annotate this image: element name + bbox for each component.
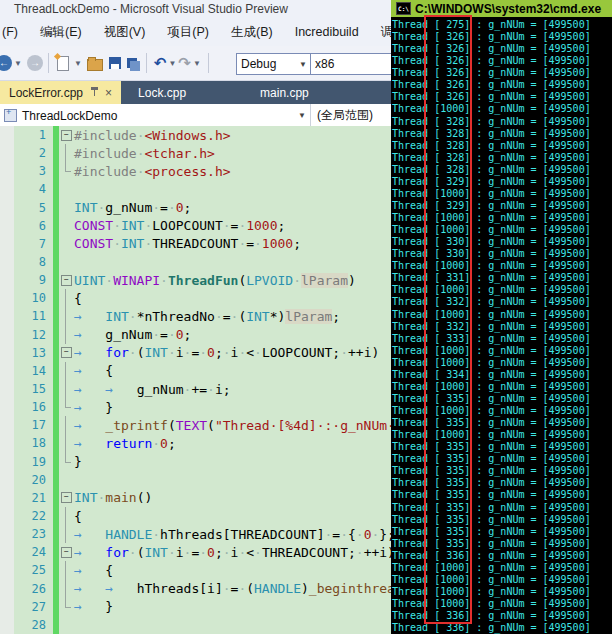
glyph-margin[interactable] (0, 580, 14, 598)
close-icon[interactable]: × (105, 87, 112, 99)
glyph-margin[interactable] (0, 543, 14, 561)
glyph-margin[interactable] (0, 616, 14, 634)
line-number: 10 (14, 291, 53, 305)
glyph-margin[interactable] (0, 289, 14, 307)
fold-guide-line (65, 580, 66, 598)
line-number: 22 (14, 509, 53, 523)
outlining-margin[interactable]: − (59, 543, 74, 561)
glyph-margin[interactable] (0, 471, 14, 489)
navigate-back-icon[interactable]: ← (0, 55, 12, 71)
glyph-margin[interactable] (0, 380, 14, 398)
glyph-margin[interactable] (0, 144, 14, 162)
new-file-dropdown-caret-icon[interactable]: ▼ (72, 59, 84, 68)
glyph-margin[interactable] (0, 180, 14, 198)
glyph-margin[interactable] (0, 271, 14, 289)
outlining-margin (59, 434, 74, 452)
solution-configuration-dropdown[interactable]: Debug ▼ (236, 53, 312, 75)
cmd-titlebar[interactable]: C:\ C:\WINDOWS\system32\cmd.exe (391, 0, 612, 17)
fold-collapse-icon[interactable]: − (61, 547, 72, 558)
outlining-margin[interactable]: − (59, 489, 74, 507)
menu-incredibuild[interactable]: Incredibuild (284, 25, 370, 39)
menu-build[interactable]: 生成(B) (220, 24, 284, 41)
glyph-margin[interactable] (0, 416, 14, 434)
outlining-margin[interactable]: − (59, 271, 74, 289)
back-dropdown-caret-icon[interactable]: ▼ (12, 59, 24, 68)
glyph-margin[interactable] (0, 235, 14, 253)
glyph-margin[interactable] (0, 326, 14, 344)
outlining-margin (59, 561, 74, 579)
vs-window-title: ThreadLockDemo - Microsoft Visual Studio… (14, 2, 288, 16)
line-number: 8 (14, 255, 53, 269)
fold-collapse-icon[interactable]: − (61, 347, 72, 358)
glyph-margin[interactable] (0, 199, 14, 217)
fold-collapse-icon[interactable]: − (61, 492, 72, 503)
outlining-margin (59, 453, 74, 471)
open-file-icon[interactable] (87, 59, 103, 71)
fold-collapse-icon[interactable]: − (61, 130, 72, 141)
tab-label: LockError.cpp (9, 86, 83, 100)
scope-dropdown[interactable]: (全局范围) (311, 107, 373, 124)
menu-edit[interactable]: 编辑(E) (29, 24, 93, 41)
project-dropdown[interactable]: ThreadLockDemo ▼ (0, 104, 310, 127)
glyph-margin[interactable] (0, 362, 14, 380)
navigate-forward-icon[interactable]: → (27, 55, 43, 71)
save-all-icon[interactable] (127, 58, 137, 68)
glyph-margin[interactable] (0, 489, 14, 507)
outlining-margin (59, 144, 74, 162)
redo-icon[interactable]: ↷ (178, 54, 191, 72)
cmd-line: Thread [1000] : g_nNUm = [499500] (392, 260, 612, 272)
fold-guide-line (65, 561, 66, 579)
cmd-line: Thread [ 330] : g_nNUm = [499500] (392, 248, 612, 260)
line-number: 15 (14, 382, 53, 396)
glyph-margin[interactable] (0, 307, 14, 325)
menu-view[interactable]: 视图(V) (93, 24, 157, 41)
glyph-margin[interactable] (0, 561, 14, 579)
glyph-margin[interactable] (0, 453, 14, 471)
menu-project[interactable]: 项目(P) (156, 24, 220, 41)
solution-platform-dropdown[interactable]: x86 ▼ (310, 53, 404, 75)
code-text: → { (74, 363, 113, 378)
glyph-margin[interactable] (0, 217, 14, 235)
line-number: 1 (14, 128, 53, 142)
tab-main-cpp[interactable]: main.cpp (251, 81, 355, 104)
glyph-margin[interactable] (0, 434, 14, 452)
glyph-margin[interactable] (0, 525, 14, 543)
outlining-margin (59, 416, 74, 434)
line-number: 16 (14, 400, 53, 414)
pin-icon[interactable] (91, 87, 98, 99)
new-file-icon[interactable] (57, 56, 69, 71)
code-text: → for·(INT·i·=·0;·i·<·LOOPCOUNT;·++i) (74, 345, 379, 360)
fold-guide-line (65, 416, 66, 434)
outlining-margin[interactable]: − (59, 126, 74, 144)
code-text: → _tprintf(TEXT("Thread·[%4d]·:·g_nNUm·=… (74, 418, 411, 433)
fold-collapse-icon[interactable]: − (61, 275, 72, 286)
cmd-line: Thread [ 328] : g_nNUm = [499500] (392, 152, 612, 164)
cmd-window[interactable]: C:\ C:\WINDOWS\system32\cmd.exe Thread [… (391, 0, 612, 634)
redo-dropdown-caret-icon[interactable]: ▼ (191, 59, 203, 68)
cmd-line: Thread [ 326] : g_nNUm = [499500] (392, 31, 612, 43)
tab-lockerror-cpp[interactable]: LockError.cpp × (0, 81, 121, 104)
line-number: 4 (14, 182, 53, 196)
tab-lock-cpp[interactable]: Lock.cpp (129, 81, 233, 104)
cmd-line: Thread [ 326] : g_nNUm = [499500] (392, 43, 612, 55)
cmd-line: Thread [1000] : g_nNUm = [499500] (392, 586, 612, 598)
save-icon[interactable] (109, 57, 121, 69)
glyph-margin[interactable] (0, 126, 14, 144)
tab-label: main.cpp (260, 86, 309, 100)
glyph-margin[interactable] (0, 507, 14, 525)
glyph-margin[interactable] (0, 344, 14, 362)
outlining-margin[interactable]: − (59, 344, 74, 362)
glyph-margin[interactable] (0, 598, 14, 616)
cmd-line: Thread [1000] : g_nNUm = [499500] (392, 381, 612, 393)
cmd-line: Thread [ 328] : g_nNUm = [499500] (392, 128, 612, 140)
glyph-margin[interactable] (0, 253, 14, 271)
undo-icon[interactable]: ↶ (154, 54, 167, 72)
glyph-margin[interactable] (0, 162, 14, 180)
menu-file[interactable]: (F) (0, 25, 29, 39)
cmd-line: Thread [ 329] : g_nNUm = [499500] (392, 176, 612, 188)
code-text: → { (74, 563, 113, 578)
undo-dropdown-caret-icon[interactable]: ▼ (166, 59, 178, 68)
cmd-line: Thread [1000] : g_nNUm = [499500] (392, 345, 612, 357)
glyph-margin[interactable] (0, 398, 14, 416)
code-text: INT·g_nNum·=·0; (74, 200, 191, 215)
